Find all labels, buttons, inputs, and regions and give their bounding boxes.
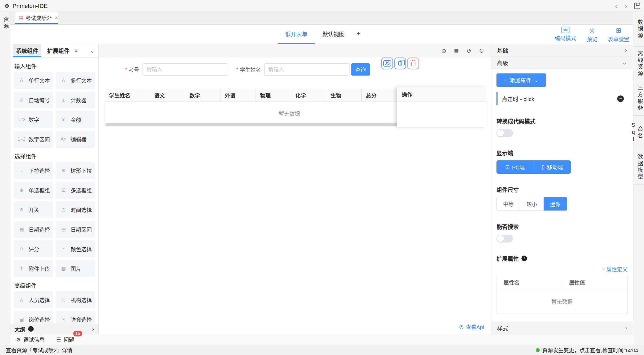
date-picker-icon: ▦ <box>17 226 26 232</box>
component-multi-text[interactable]: A多行文本 <box>56 72 95 89</box>
outline-tree-icon[interactable]: ≣ <box>454 48 459 54</box>
chevron-right-icon[interactable]: › <box>92 325 94 333</box>
component-image[interactable]: ▨图片 <box>56 260 95 277</box>
document-tabstrip: ▤ 考试成绩2* ✕ <box>10 12 633 25</box>
status-bar: 查看资源「考试成绩2」详情 资源发生变更，点击查看,检查时间:14:04 <box>0 345 644 355</box>
column-header[interactable]: 数学 <box>185 89 221 101</box>
component-label: 岗位选择 <box>29 316 50 323</box>
strip-item-named-sql[interactable]: 命名Sql <box>633 116 644 150</box>
component-attachment-upload[interactable]: ↥附件上传 <box>14 260 53 277</box>
component-dialog-picker[interactable]: ⊡弹窗选择 <box>56 311 95 324</box>
strip-item-offline-resource[interactable]: 离线资源 <box>633 47 644 81</box>
student-name-input[interactable] <box>264 63 350 76</box>
component-post-picker[interactable]: ▣岗位选择 <box>14 311 53 324</box>
delete-widget-button[interactable] <box>407 58 419 69</box>
outline-bar[interactable]: 大纲 i › <box>10 324 98 334</box>
component-label: 弹窗选择 <box>71 316 92 323</box>
problems-button[interactable]: ☰ 问题 <box>56 336 74 343</box>
column-header[interactable]: 化学 <box>291 89 326 101</box>
status-resource-link[interactable]: 查看资源「考试成绩2」详情 <box>6 346 72 354</box>
view-api-link[interactable]: ◎ 查看Api <box>459 323 484 331</box>
component-color-picker[interactable]: ◔颜色选择 <box>56 240 95 257</box>
component-tree-dropdown[interactable]: ≡树形下拉 <box>56 162 95 179</box>
remove-event-icon[interactable]: − <box>617 95 624 102</box>
property-name-header: 属性名 <box>497 276 562 289</box>
section-style[interactable]: 样式 › <box>491 322 633 334</box>
component-label: 日期选择 <box>29 226 50 233</box>
property-define-link[interactable]: + 属性定义 <box>496 265 628 273</box>
document-tab[interactable]: ▤ 考试成绩2* ✕ <box>15 12 58 24</box>
pc-display-button[interactable]: ⊡ PC端 <box>496 160 534 174</box>
strip-item-datasource[interactable]: 数据源 <box>633 12 644 47</box>
js-event-button[interactable]: JS <box>381 58 393 69</box>
back-icon[interactable]: ‹ <box>615 2 618 10</box>
column-header[interactable]: 操作 <box>397 87 487 102</box>
event-item-click[interactable]: 点击时 - click − <box>496 92 628 105</box>
component-rating[interactable]: ☆评分 <box>14 240 53 257</box>
component-money[interactable]: ¥金额 <box>56 111 95 128</box>
component-date-picker[interactable]: ▦日期选择 <box>14 221 53 238</box>
add-view-tab-button[interactable]: + <box>352 24 365 44</box>
preview-label: 预览 <box>587 35 597 43</box>
strip-item-third-party-service[interactable]: 三方服务 <box>633 81 644 116</box>
tab-system-components[interactable]: 系统组件 <box>13 44 41 57</box>
tab-extension-components[interactable]: 扩展组件 <box>44 44 73 57</box>
component-single-text[interactable]: A单行文本 <box>14 72 53 89</box>
component-number-range[interactable]: 1~3数字区间 <box>14 131 53 148</box>
preview-button[interactable]: ◎ 预览 <box>587 27 597 43</box>
tab-default-view[interactable]: 默认视图 <box>315 24 352 44</box>
component-checkbox-group[interactable]: ☑多选框组 <box>56 182 95 199</box>
resource-strip-label[interactable]: 资源 <box>0 16 10 30</box>
mobile-display-button[interactable]: ▯ 移动端 <box>534 160 571 174</box>
component-dropdown[interactable]: ⌄下拉选择 <box>14 162 53 179</box>
checkbox-group-icon: ☑ <box>59 187 68 193</box>
column-header[interactable]: 总分 <box>362 89 397 101</box>
component-counter[interactable]: ±计数器 <box>56 91 95 108</box>
section-advanced[interactable]: 高级 ⌄ <box>491 56 633 69</box>
component-radio-group[interactable]: ◉单选框组 <box>14 182 53 199</box>
panel-collapse-icon[interactable]: ⌄ <box>90 47 95 54</box>
preview-eye-icon: ◎ <box>589 27 595 34</box>
column-header[interactable]: 生物 <box>326 89 362 101</box>
component-switch[interactable]: ⊙开关 <box>14 201 53 218</box>
forward-icon[interactable]: › <box>625 2 627 10</box>
column-header[interactable]: 物理 <box>256 89 291 101</box>
component-org-picker[interactable]: ⌘机构选择 <box>56 291 95 308</box>
money-icon: ¥ <box>59 117 68 122</box>
single-text-icon: A <box>17 78 26 83</box>
column-header[interactable]: 语文 <box>150 89 185 101</box>
component-label: 颜色选择 <box>71 245 92 253</box>
size-option-medium[interactable]: 中等 <box>497 197 520 211</box>
strip-item-data-model[interactable]: 数据模型 <box>633 150 644 185</box>
size-option-mini[interactable]: 迷你 <box>543 197 567 211</box>
tab-low-code-form[interactable]: 低开表单 <box>278 24 315 44</box>
component-label: 数字 <box>29 116 39 124</box>
form-settings-button[interactable]: ⊞ 表单设置 <box>608 27 629 43</box>
component-date-range[interactable]: ▤日期区间 <box>56 221 95 238</box>
component-time-picker[interactable]: ◷时间选择 <box>56 201 95 218</box>
searchable-toggle[interactable] <box>496 235 513 243</box>
exam-number-input[interactable] <box>142 63 228 76</box>
debug-info-button[interactable]: ⚙ 调试信息 <box>16 336 45 343</box>
section-basic[interactable]: 基础 › <box>491 44 633 56</box>
undo-icon[interactable]: ↺ <box>466 48 471 54</box>
component-auto-number[interactable]: #自动编号 <box>14 91 53 108</box>
add-event-button[interactable]: + 添加事件 ⌄ <box>496 73 546 87</box>
component-person-picker[interactable]: ♙人员选择 <box>14 291 53 308</box>
code-mode-toggle[interactable] <box>496 129 513 137</box>
component-label: 多选框组 <box>71 186 92 194</box>
save-icon[interactable] <box>634 3 640 9</box>
globe-icon[interactable]: ⊕ <box>441 48 446 54</box>
panel-menu-icon[interactable]: ≡ <box>75 48 78 54</box>
close-tab-icon[interactable]: ✕ <box>55 15 58 20</box>
status-change-notice[interactable]: 资源发生变更，点击查看,检查时间:14:04 <box>536 346 638 354</box>
size-option-small[interactable]: 较小 <box>520 197 543 211</box>
redo-icon[interactable]: ↻ <box>479 48 484 54</box>
column-header[interactable]: 学生姓名 <box>105 89 150 101</box>
component-number[interactable]: 123数字 <box>14 111 53 128</box>
query-button[interactable]: 查询 <box>351 63 370 76</box>
column-header[interactable]: 外语 <box>221 89 256 101</box>
code-mode-button[interactable]: </> 编码模式 <box>555 27 576 43</box>
copy-widget-button[interactable] <box>394 58 406 69</box>
component-editor[interactable]: A≡编辑器 <box>56 131 95 148</box>
